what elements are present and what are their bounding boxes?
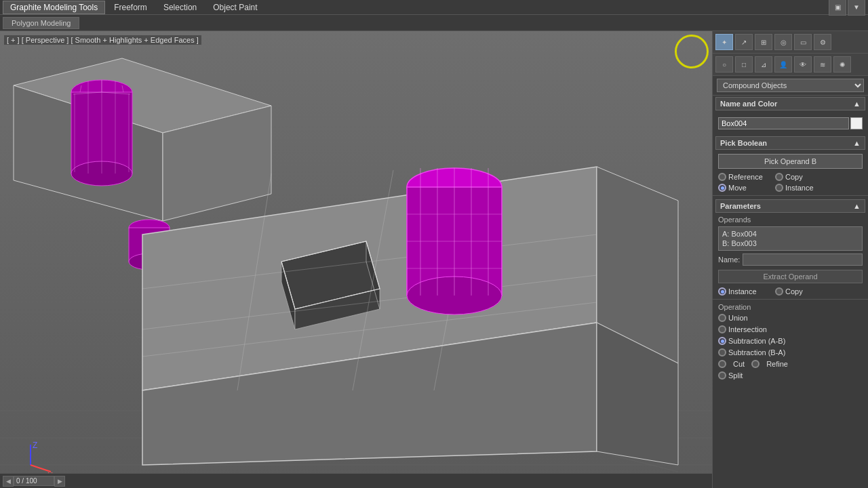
radio-reference-circle — [718, 173, 726, 181]
extract-instance-label: Instance — [728, 287, 757, 296]
radio-instance-label: Instance — [785, 184, 814, 192]
op-subtraction-ba[interactable]: Subtraction (B-A) — [718, 348, 863, 357]
op-refine-circle — [751, 360, 760, 368]
op-split-circle — [718, 371, 726, 380]
icon-extra1[interactable]: ▣ — [829, 0, 846, 16]
divider-2 — [713, 299, 868, 300]
toolbar-btn-funnel[interactable]: ⊿ — [755, 56, 772, 73]
menu-tab-selection[interactable]: Selection — [156, 1, 204, 14]
toolbar-btn-eye[interactable]: 👁 — [794, 56, 812, 73]
op-intersection[interactable]: Intersection — [718, 325, 863, 333]
pick-boolean-collapse-icon: ▲ — [853, 139, 861, 147]
radio-reference[interactable]: Reference — [718, 173, 772, 181]
op-cut-circle — [718, 360, 726, 368]
toolbar-btn-wave[interactable]: ≋ — [814, 56, 831, 73]
op-subtraction-ba-label: Subtraction (B-A) — [728, 348, 785, 357]
frame-input[interactable] — [14, 476, 54, 486]
pick-operand-b-button[interactable]: Pick Operand B — [718, 154, 863, 169]
radio-instance[interactable]: Instance — [775, 184, 829, 192]
scene-svg: Z X — [0, 31, 712, 488]
pick-boolean-label: Pick Boolean — [720, 139, 767, 147]
toolbar-btn-sphere[interactable]: ○ — [715, 56, 733, 73]
op-refine-label: Refine — [766, 360, 788, 368]
operands-label: Operands — [713, 214, 868, 225]
main-layout: Z X [ + ] [ Perspective ] [ Smooth + Hig… — [0, 31, 868, 488]
sub-tab-polygon[interactable]: Polygon Modeling — [3, 17, 79, 29]
operand-a: A: Box004 — [722, 229, 859, 239]
name-field-row: Name: — [713, 252, 868, 267]
operations-group: Union Intersection Subtraction (A-B) Sub… — [713, 312, 868, 381]
svg-text:Z: Z — [33, 441, 37, 450]
sub-bar: Polygon Modeling — [0, 15, 868, 31]
extract-copy-circle — [775, 287, 783, 296]
operand-name-input[interactable] — [743, 253, 863, 266]
op-union-circle — [718, 314, 726, 322]
parameters-header[interactable]: Parameters ▲ — [715, 199, 865, 213]
toolbar-btn-grid[interactable]: ⊞ — [755, 34, 772, 50]
radio-move-circle — [718, 184, 726, 192]
name-input-row — [718, 117, 863, 129]
menu-tab-freeform[interactable]: Freeform — [106, 1, 155, 14]
operation-label: Operation — [713, 302, 868, 312]
pick-radios: Reference Copy Move Instance — [713, 171, 868, 193]
viewport[interactable]: Z X [ + ] [ Perspective ] [ Smooth + Hig… — [0, 31, 712, 488]
icon-btn-bar: ▣ ▼ — [829, 0, 865, 16]
parameters-collapse-icon: ▲ — [853, 202, 861, 210]
toolbar-btn-star[interactable]: ✺ — [833, 56, 851, 73]
extract-copy-label: Copy — [785, 287, 803, 296]
color-swatch[interactable] — [850, 117, 863, 129]
extract-operand-button[interactable]: Extract Operand — [718, 270, 863, 283]
extract-radio-instance[interactable]: Instance — [718, 287, 772, 296]
op-subtraction-ab-label: Subtraction (A-B) — [728, 337, 785, 345]
name-color-header[interactable]: Name and Color ▲ — [715, 97, 865, 110]
toolbar-btn-circle[interactable]: ◎ — [774, 34, 792, 50]
op-union-label: Union — [728, 314, 748, 322]
menu-tab-objectpaint[interactable]: Object Paint — [205, 1, 264, 14]
toolbar-btn-sun[interactable]: ✦ — [715, 34, 733, 50]
menu-tab-graphite[interactable]: Graphite Modeling Tools — [3, 1, 105, 14]
toolbar-btn-wand[interactable]: ⚙ — [814, 34, 831, 50]
op-union[interactable]: Union — [718, 314, 863, 322]
next-frame-btn[interactable]: ▶ — [54, 476, 65, 487]
divider-1 — [713, 195, 868, 196]
name-color-content — [713, 112, 868, 135]
radio-copy[interactable]: Copy — [775, 173, 829, 181]
toolbar-btn-box[interactable]: □ — [735, 56, 753, 73]
op-intersection-circle — [718, 325, 726, 333]
name-color-label: Name and Color — [720, 100, 777, 108]
radio-move[interactable]: Move — [718, 184, 772, 192]
icon-extra2[interactable]: ▼ — [848, 0, 865, 16]
toolbar-btn-person[interactable]: 👤 — [774, 56, 792, 73]
right-toolbar-row2: ○ □ ⊿ 👤 👁 ≋ ✺ — [713, 54, 868, 76]
pick-boolean-header[interactable]: Pick Boolean ▲ — [715, 136, 865, 150]
op-subtraction-ba-circle — [718, 348, 726, 357]
op-subtraction-ab[interactable]: Subtraction (A-B) — [718, 337, 863, 345]
name-field-label: Name: — [718, 256, 740, 264]
radio-copy-circle — [775, 173, 783, 181]
extract-radio-copy[interactable]: Copy — [775, 287, 829, 296]
radio-move-label: Move — [728, 184, 747, 192]
radio-instance-circle — [775, 184, 783, 192]
right-panel: ✦ ↗ ⊞ ◎ ▭ ⚙ ○ □ ⊿ 👤 👁 ≋ ✺ Compound Objec… — [712, 31, 868, 488]
object-name-input[interactable] — [718, 117, 849, 129]
radio-reference-label: Reference — [728, 173, 763, 181]
compound-objects-dropdown[interactable]: Compound Objects Standard Primitives Ext… — [717, 79, 864, 92]
parameters-label: Parameters — [720, 202, 761, 210]
op-split[interactable]: Split — [718, 371, 863, 380]
op-cut-label: Cut — [733, 360, 745, 368]
op-split-label: Split — [728, 371, 743, 380]
extract-instance-circle — [718, 287, 726, 296]
toolbar-btn-rect[interactable]: ▭ — [794, 34, 812, 50]
menu-bar: Graphite Modeling Tools Freeform Selecti… — [0, 0, 868, 15]
compound-objects-dropdown-row: Compound Objects Standard Primitives Ext… — [713, 76, 868, 96]
toolbar-btn-cursor[interactable]: ↗ — [735, 34, 753, 50]
extract-radio-row: Instance Copy — [713, 286, 868, 297]
op-cut-refine-row: Cut Refine — [718, 360, 863, 368]
operand-b: B: Box003 — [722, 239, 859, 248]
radio-copy-label: Copy — [785, 173, 803, 181]
op-subtraction-ab-circle — [718, 337, 726, 345]
right-toolbar-row1: ✦ ↗ ⊞ ◎ ▭ ⚙ — [713, 31, 868, 54]
bottom-bar: ◀ ▶ — [0, 473, 712, 488]
name-color-collapse-icon: ▲ — [853, 100, 861, 108]
prev-frame-btn[interactable]: ◀ — [3, 476, 14, 487]
